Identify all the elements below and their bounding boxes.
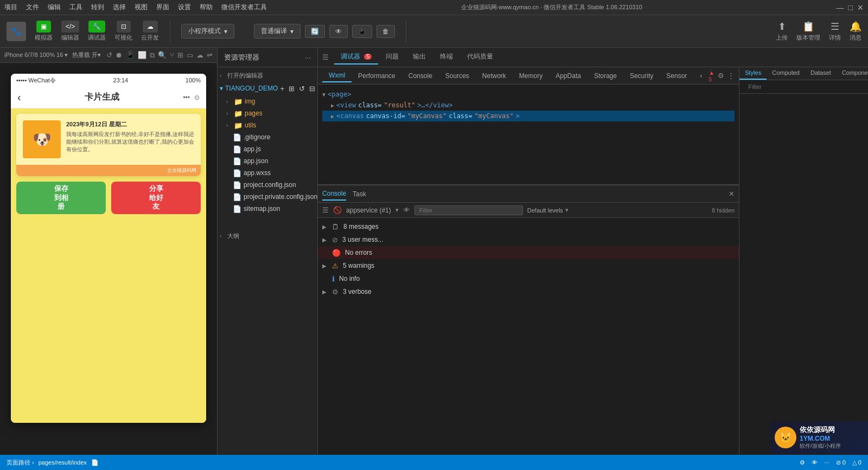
arrow-icon[interactable]: ⇌	[207, 51, 213, 60]
inner-tab-memory[interactable]: Memory	[513, 70, 549, 82]
menu-item-settings[interactable]: 设置	[178, 3, 191, 12]
tree-item-utils[interactable]: › 📁 utils	[218, 119, 317, 131]
editor-group[interactable]: </> 编辑器	[61, 21, 79, 42]
visual-group[interactable]: ⊡ 可视化	[114, 21, 132, 42]
inner-tab-performance[interactable]: Performance	[352, 70, 402, 82]
menu-item-help[interactable]: 帮助	[200, 3, 213, 12]
visual-button[interactable]: ⊡	[117, 21, 131, 33]
compile-button[interactable]: 🔄	[305, 25, 325, 38]
tree-item-projectprivate[interactable]: 📄 project.private.config.json	[218, 191, 317, 203]
inner-tab-console[interactable]: Console	[402, 70, 439, 82]
menu-item-select[interactable]: 选择	[113, 3, 126, 12]
close-console-icon[interactable]: ✕	[729, 190, 735, 198]
status-visible-icon[interactable]: 👁	[812, 459, 818, 466]
outline-section[interactable]: › 大纲	[218, 230, 317, 242]
level-dropdown[interactable]: ▾	[565, 207, 569, 214]
tab-output[interactable]: 输出	[406, 50, 432, 65]
tab-terminal[interactable]: 终端	[433, 50, 459, 65]
console-row-messages[interactable]: ▶ 🗒 8 messages	[318, 220, 739, 233]
branch-icon[interactable]: ⑂	[170, 51, 174, 60]
inner-tab-network[interactable]: Network	[476, 70, 513, 82]
copy-icon[interactable]: ⧉	[150, 51, 155, 60]
tree-item-pages[interactable]: › 📁 pages	[218, 107, 317, 119]
styles-tab-computed[interactable]: Computed	[767, 67, 805, 80]
expand-icon-1[interactable]: ▼	[322, 92, 326, 98]
tab-debugger[interactable]: 调试器 5	[334, 50, 378, 65]
maximize-button[interactable]: □	[848, 3, 853, 12]
tree-item-projectconfig[interactable]: 📄 project.config.json	[218, 179, 317, 191]
preview-button[interactable]: 👁	[329, 25, 348, 38]
more-tabs[interactable]: ›	[693, 70, 709, 82]
simulator-button[interactable]: ▣	[36, 21, 51, 33]
share-to-friend-button[interactable]: 分享给好友	[111, 182, 201, 214]
console-row-no-errors[interactable]: 🔴 No errors	[318, 246, 739, 259]
save-to-album-button[interactable]: 保存到相册	[16, 182, 106, 214]
eye-icon[interactable]: 👁	[403, 206, 410, 214]
row-expand-icon[interactable]: ▶	[322, 224, 328, 230]
status-warnings[interactable]: △ 0	[852, 459, 861, 466]
minimize-button[interactable]: —	[837, 3, 844, 12]
styles-tab-component[interactable]: Component Data	[837, 67, 868, 80]
new-file-icon[interactable]: +	[280, 85, 284, 93]
status-file-icon[interactable]: 📄	[91, 459, 99, 466]
record-icon[interactable]: ⏺	[116, 51, 123, 60]
tree-item-appwxss[interactable]: 📄 app.wxss	[218, 167, 317, 179]
phone-icon[interactable]: 📱	[126, 51, 135, 60]
devtools-panel-menu-icon[interactable]: ☰	[322, 53, 329, 61]
console-tab-task[interactable]: Task	[353, 188, 366, 200]
status-errors[interactable]: ⊘ 0	[836, 459, 846, 466]
tree-item-appjson[interactable]: 📄 app.json	[218, 155, 317, 167]
inner-tab-storage[interactable]: Storage	[588, 70, 623, 82]
clear-cache-button[interactable]: 🗑	[376, 25, 395, 38]
code-line-2[interactable]: ▶ <view class= "result" >…</view>	[322, 100, 735, 111]
menu-item-tools[interactable]: 工具	[69, 3, 82, 12]
page-path-value[interactable]: pages/result/index	[39, 459, 87, 466]
tree-item-sitemap[interactable]: 📄 sitemap.json	[218, 203, 317, 215]
menu-item-goto[interactable]: 转到	[91, 3, 104, 12]
refresh-tree-icon[interactable]: ↺	[299, 85, 305, 93]
debugger-button[interactable]: 🔧	[88, 21, 105, 33]
open-editors-section[interactable]: › 打开的编辑器	[218, 69, 317, 81]
console-filter-input[interactable]	[414, 205, 523, 215]
cloud-icon[interactable]: ☁	[196, 51, 203, 60]
console-panel-menu-icon[interactable]: ☰	[322, 206, 329, 214]
nav-camera-icon[interactable]: ⊙	[194, 94, 200, 101]
nav-back-button[interactable]: ‹	[17, 91, 21, 104]
tab-issues[interactable]: 问题	[379, 50, 405, 65]
menu-item-view[interactable]: 视图	[135, 3, 148, 12]
menu-item-wechat[interactable]: 微信开发者工具	[221, 3, 267, 12]
menu-item-edit[interactable]: 编辑	[48, 3, 61, 12]
device-select[interactable]: iPhone 6/7/8 100% 16 ▾	[4, 51, 68, 59]
inner-tab-sensor[interactable]: Sensor	[660, 70, 693, 82]
upload-group[interactable]: ⬆ 上传	[776, 21, 788, 42]
console-row-verbose[interactable]: ▶ ⚙ 3 verbose	[318, 285, 739, 298]
cloud-group[interactable]: ☁ 云开发	[141, 21, 159, 42]
console-row-no-info[interactable]: ℹ No info	[318, 272, 739, 285]
status-more-icon[interactable]: ···	[824, 459, 829, 466]
cloud-button[interactable]: ☁	[143, 21, 158, 33]
debugger-group[interactable]: 🔧 调试器	[88, 21, 106, 42]
row-expand-icon[interactable]: ▶	[322, 263, 328, 269]
styles-tab-dataset[interactable]: Dataset	[805, 67, 837, 80]
nav-menu-icon[interactable]: •••	[183, 94, 190, 101]
message-group[interactable]: 🔔 消息	[850, 21, 861, 42]
styles-tab-styles[interactable]: Styles	[739, 67, 767, 80]
row-expand-icon[interactable]: ▶	[322, 289, 328, 295]
row-expand-icon[interactable]: ▶	[322, 237, 328, 243]
inner-tab-security[interactable]: Security	[623, 70, 660, 82]
simulator-group[interactable]: ▣ 模拟器	[35, 21, 53, 42]
inner-tab-wxml[interactable]: Wxml	[322, 69, 352, 82]
code-line-1[interactable]: ▼ <page>	[322, 89, 735, 100]
detail-group[interactable]: ☰ 详情	[829, 21, 841, 42]
version-group[interactable]: 📋 版本管理	[796, 21, 820, 42]
console-tab-console[interactable]: Console	[322, 188, 346, 201]
project-root[interactable]: ▾ TIANGOU_DEMO	[220, 85, 278, 92]
expand-icon-2[interactable]: ▶	[331, 102, 334, 108]
inner-tab-appdata[interactable]: AppData	[549, 70, 588, 82]
code-line-3[interactable]: ▶ <canvas canvas-id= "myCanvas" class= "…	[322, 111, 735, 121]
clear-console-icon[interactable]: 🚫	[333, 206, 342, 214]
editor-button[interactable]: </>	[61, 21, 79, 33]
tree-item-img[interactable]: › 📁 img	[218, 95, 317, 107]
menu-item-interface[interactable]: 界面	[156, 3, 169, 12]
tree-item-appjs[interactable]: 📄 app.js	[218, 143, 317, 155]
